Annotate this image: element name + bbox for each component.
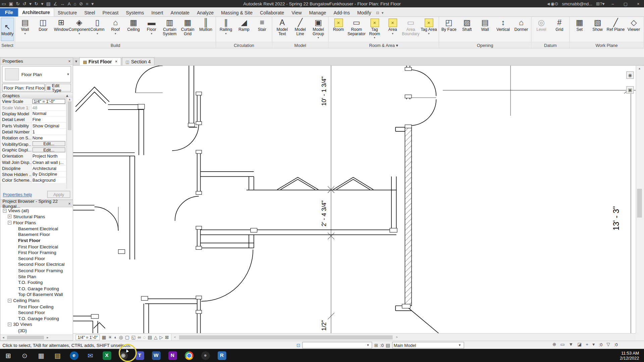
- select-pinned-icon[interactable]: ▼: [569, 342, 573, 347]
- browser-item-basement-floor[interactable]: Basement Floor: [0, 232, 73, 238]
- wall-button[interactable]: ▤Wall: [476, 17, 494, 41]
- steering-wheel-icon[interactable]: ◉: [626, 71, 634, 79]
- reveal-hidden-elements-icon[interactable]: ◌: [143, 334, 146, 341]
- type-selector[interactable]: Floor Plan ▾: [2, 66, 71, 82]
- scroll-right-icon[interactable]: >: [393, 335, 400, 339]
- browser-item-3d-views[interactable]: −3D Views: [0, 321, 73, 327]
- selection-caret-icon[interactable]: ▾: [592, 342, 595, 347]
- ceiling-button[interactable]: ▦Ceiling: [124, 17, 143, 41]
- viewer-button[interactable]: ◇Viewer: [625, 17, 643, 41]
- instance-combo[interactable]: Floor Plan: First Floor ▾: [2, 84, 45, 92]
- save-icon[interactable]: ▣: [9, 0, 13, 7]
- collapse-icon[interactable]: −: [8, 221, 11, 225]
- ribbon-cycle-icon[interactable]: ▾: [380, 11, 385, 16]
- scrollbar-thumb[interactable]: [637, 189, 642, 218]
- redo-icon[interactable]: ↻: [35, 0, 38, 7]
- help-caret-icon[interactable]: ▾: [602, 1, 605, 6]
- navigation-bar-icon[interactable]: ▣: [626, 86, 634, 94]
- aligned-dimension-icon[interactable]: ↔: [60, 0, 65, 7]
- scrollbar-thumb[interactable]: [179, 335, 393, 339]
- app-store-icon[interactable]: ⊞: [596, 1, 600, 6]
- ribbon-tab-add-ins[interactable]: Add-Ins: [330, 9, 354, 16]
- model-group-button[interactable]: ▣Model Group▾: [309, 17, 327, 41]
- qat-customize-icon[interactable]: ▾: [91, 0, 94, 7]
- text-icon[interactable]: A: [68, 0, 71, 7]
- active-workset-dropdown[interactable]: ▾: [302, 342, 372, 349]
- browser-item-first-floor-electrical[interactable]: First Floor Electrical: [0, 244, 73, 250]
- graphics-section-header[interactable]: Graphics ▲: [0, 93, 73, 99]
- tag-room-button[interactable]: ×Tag Room▾: [366, 17, 384, 41]
- detail-number-value[interactable]: 1: [33, 129, 35, 134]
- account-icon[interactable]: ⊙: [554, 1, 558, 6]
- color-scheme-value[interactable]: Background: [33, 178, 56, 183]
- maximize-button[interactable]: ▢: [621, 1, 630, 6]
- browser-item-second-floor[interactable]: Second Floor: [0, 256, 73, 262]
- graphic-displ-edit-button[interactable]: Edit...: [33, 147, 65, 153]
- start-button[interactable]: ⊞: [0, 349, 16, 362]
- properties-close-icon[interactable]: ×: [68, 59, 70, 63]
- project-browser-scrollbar[interactable]: ◄ ►: [0, 335, 73, 340]
- mail-icon[interactable]: ✉: [82, 349, 99, 362]
- vertical-scrollbar[interactable]: ▲: [636, 66, 643, 333]
- keytips-icon[interactable]: ◄: [546, 1, 550, 6]
- select-by-face-icon[interactable]: ◪: [577, 342, 582, 347]
- close-button[interactable]: ×: [634, 1, 643, 6]
- edge-icon[interactable]: e: [66, 349, 82, 362]
- revit-icon[interactable]: R: [214, 349, 230, 362]
- property-grid-scrollbar[interactable]: ▲: [66, 98, 72, 189]
- scrollbar-thumb[interactable]: [7, 336, 44, 340]
- browser-item-3d[interactable]: {3D}: [0, 327, 73, 334]
- browser-item-second-floor-electrical[interactable]: Second Floor Electrical: [0, 261, 73, 267]
- thin-lines-icon[interactable]: ≡: [86, 0, 89, 7]
- show-crop-region-icon[interactable]: ◱: [131, 334, 136, 341]
- default-3d-view-icon[interactable]: ⌂: [73, 0, 76, 7]
- recording-app-icon[interactable]: ●: [197, 349, 214, 362]
- display-model-value[interactable]: Normal: [33, 111, 46, 116]
- curtain-grid-button[interactable]: ▦Curtain Grid: [179, 17, 197, 41]
- ribbon-tab-structure[interactable]: Structure: [54, 9, 80, 16]
- excel-icon[interactable]: X: [99, 349, 115, 362]
- view-tab-list-icon[interactable]: ▾: [74, 59, 79, 65]
- scroll-left-icon[interactable]: <: [172, 335, 178, 339]
- ribbon-tab-manage[interactable]: Manage: [305, 9, 330, 16]
- panel-label-select[interactable]: Select ▾: [0, 42, 15, 48]
- ribbon-tab-view[interactable]: View: [288, 9, 305, 16]
- browser-item-first-floor-ceiling[interactable]: First Floor Ceiling: [0, 304, 73, 310]
- panel-label-room-area[interactable]: Room & Area ▾: [329, 42, 439, 48]
- view-scale-control[interactable]: 1/4" = 1'-0": [75, 334, 100, 340]
- select-links-icon[interactable]: ⊕: [552, 342, 556, 347]
- section-collapse-icon[interactable]: ▲: [64, 94, 71, 98]
- ribbon-tab-massing-site[interactable]: Massing & Site: [217, 9, 256, 16]
- select-underlay-icon[interactable]: ▭: [560, 342, 565, 347]
- properties-help-link[interactable]: Properties help: [3, 192, 32, 197]
- mullion-button[interactable]: ║Mullion: [197, 17, 215, 41]
- browser-item-structural-plans[interactable]: +Structural Plans: [0, 214, 73, 220]
- ribbon-tab-systems[interactable]: Systems: [122, 9, 148, 16]
- minimize-button[interactable]: –: [608, 1, 617, 6]
- component-button[interactable]: ◈Component▾: [70, 17, 88, 41]
- wall-button[interactable]: ▤Wall▾: [16, 17, 34, 41]
- browser-item-views-all[interactable]: −Views (all): [0, 208, 73, 214]
- model-line-button[interactable]: ╱Model Line: [291, 17, 309, 41]
- design-option-dropdown[interactable]: Main Model ▾: [392, 342, 464, 349]
- browser-item-second-floor[interactable]: Second Floor: [0, 309, 73, 315]
- visual-style-icon[interactable]: ▦: [102, 334, 106, 341]
- room-button[interactable]: ×Room: [329, 17, 347, 41]
- word-icon[interactable]: W: [148, 349, 164, 362]
- scrollbar-thumb[interactable]: [68, 101, 71, 130]
- scroll-left-icon[interactable]: ◄: [0, 336, 6, 339]
- show-hidden-value[interactable]: By Discipline: [33, 172, 57, 177]
- browser-item-site-plan[interactable]: Site Plan: [0, 274, 73, 280]
- stair-button[interactable]: ≡Stair: [253, 17, 271, 41]
- edit-type-button[interactable]: ▦ Edit Type: [46, 84, 71, 92]
- highlight-displacement-sets-icon[interactable]: ▷: [160, 334, 163, 341]
- collapse-icon[interactable]: −: [8, 323, 11, 326]
- vertical-button[interactable]: ↕Vertical: [494, 17, 512, 41]
- scroll-up-icon[interactable]: ▲: [67, 98, 72, 101]
- crop-view-icon[interactable]: ▢: [125, 334, 129, 341]
- ribbon-tab-analyze[interactable]: Analyze: [193, 9, 217, 16]
- horizontal-scrollbar[interactable]: < >: [171, 334, 636, 341]
- onenote-icon[interactable]: N: [164, 349, 181, 362]
- by-face-button[interactable]: ◰By Face: [440, 17, 458, 41]
- browser-item-ceiling-plans[interactable]: −Ceiling Plans: [0, 298, 73, 304]
